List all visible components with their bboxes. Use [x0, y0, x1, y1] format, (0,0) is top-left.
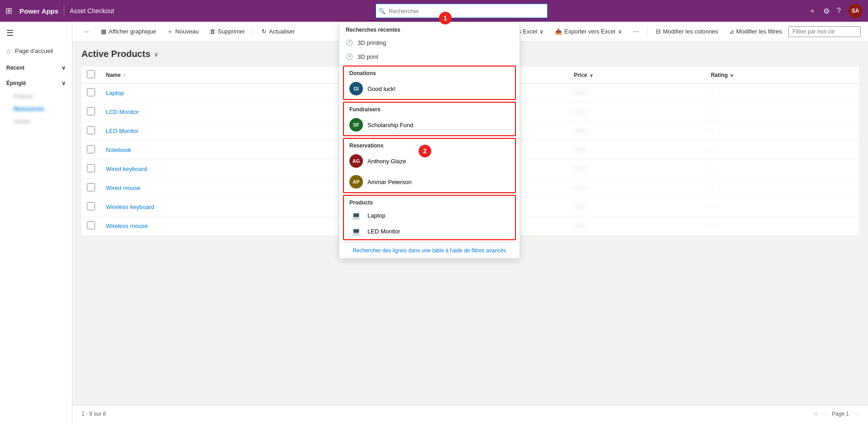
result-avatar: SF [349, 118, 363, 132]
row-checkbox[interactable] [87, 221, 95, 229]
sidebar: ☰ ⌂ Page d'accueil Récent ∨ Épinglé ∨ Fi… [0, 22, 72, 422]
next-page-btn[interactable]: → [853, 410, 859, 417]
cell-name[interactable]: Wireless mouse [100, 217, 373, 236]
sidebar-item-home[interactable]: ⌂ Page d'accueil [0, 43, 72, 59]
search-wrapper: 🔍 [119, 4, 803, 18]
sidebar-recent-label: Récent [6, 65, 24, 71]
sidebar-sub-item-2[interactable]: Ressources [0, 103, 72, 115]
dropdown-group-fundraisers: Fundraisers SF Scholarship Fund [343, 102, 516, 136]
edit-filters-button[interactable]: ⊿ Modifier les filtres [725, 25, 787, 38]
cell-price: •••••• [568, 160, 706, 179]
row-checkbox[interactable] [87, 88, 95, 96]
clock-icon-1: 🕐 [346, 39, 353, 46]
advanced-filter-link[interactable]: Rechercher des lignes dans une table à l… [353, 247, 506, 254]
group-title-fundraisers: Fundraisers [344, 103, 515, 114]
cell-price: •••••• [568, 141, 706, 160]
clock-icon-2: 🕐 [346, 53, 353, 60]
edit-columns-button[interactable]: ⊟ Modifier les colonnes [651, 25, 723, 38]
brand-label: Power Apps [19, 7, 58, 15]
waffle-icon[interactable]: ⊞ [5, 6, 12, 16]
columns-icon: ⊟ [656, 28, 661, 35]
cell-name[interactable]: LCD Monitor [100, 103, 373, 122]
cell-rating: • [706, 198, 859, 217]
cell-rating: • [706, 122, 859, 141]
filter-icon: ⊿ [729, 28, 734, 35]
search-dropdown: Recherches récentes 🕐 3D printing 🕐 3D p… [339, 22, 520, 259]
row-checkbox[interactable] [87, 164, 95, 172]
select-all-checkbox[interactable] [87, 70, 95, 78]
result-item[interactable]: 💻 LED Monitor [344, 223, 515, 239]
result-item[interactable]: 💻 Laptop [344, 208, 515, 223]
delete-button[interactable]: 🗑 Supprimer [205, 25, 249, 38]
refresh-icon: ↻ [262, 28, 267, 35]
dropdown-footer: Rechercher des lignes dans une table à l… [339, 242, 520, 258]
first-page-btn[interactable]: ⊲ [813, 410, 818, 417]
settings-icon-btn[interactable]: ⚙ [823, 7, 830, 15]
cell-name[interactable]: Notebook [100, 141, 373, 160]
result-avatar: AP [349, 175, 363, 189]
col-header-name[interactable]: Name ↑ [100, 66, 373, 84]
col-header-price[interactable]: Price ∨ [568, 66, 706, 84]
export-excel-button[interactable]: 📤 Exporter vers Excel ∨ [550, 25, 627, 38]
filter-input[interactable] [788, 26, 861, 37]
cell-rating: • [706, 103, 859, 122]
result-item[interactable]: AP Ammar Peterson [344, 171, 515, 192]
sidebar-sub-item-3[interactable]: Ventes [0, 115, 72, 128]
avatar[interactable]: SA [848, 4, 863, 18]
sidebar-sub-item-1[interactable]: Finance [0, 90, 72, 103]
refresh-button[interactable]: ↻ Actualiser [257, 25, 299, 38]
recent-chevron-icon: ∨ [62, 65, 66, 71]
cell-name[interactable]: LED Monitor [100, 122, 373, 141]
result-label: Laptop [367, 212, 386, 219]
sidebar-group-pinned: Épinglé ∨ Finance Ressources Ventes [0, 76, 72, 128]
row-checkbox[interactable] [87, 145, 95, 153]
row-checkbox[interactable] [87, 107, 95, 115]
cell-rating: • [706, 217, 859, 236]
cell-name[interactable]: Wired mouse [100, 179, 373, 198]
dropdown-group-donations: Donations GI Good luck! [343, 66, 516, 100]
search-input[interactable] [376, 4, 548, 18]
cell-rating: • [706, 141, 859, 160]
rating-sort-icon: ∨ [730, 73, 733, 78]
cmd-sep-2 [647, 27, 648, 36]
row-checkbox[interactable] [87, 183, 95, 191]
cell-name[interactable]: Wireless keyboard [100, 198, 373, 217]
nav-separator [64, 5, 64, 16]
prev-page-btn[interactable]: ← [822, 410, 828, 417]
recent-item-1[interactable]: 🕐 3D printing [339, 36, 520, 50]
cell-name[interactable]: Wired keyboard [100, 160, 373, 179]
view-graphic-button[interactable]: ▦ Afficher graphique [96, 25, 161, 38]
home-icon: ⌂ [6, 47, 10, 55]
sidebar-item-home-label: Page d'accueil [15, 47, 53, 54]
result-item[interactable]: SF Scholarship Fund [344, 114, 515, 135]
row-checkbox[interactable] [87, 126, 95, 134]
pagination-info: 1 - 8 sur 8 [81, 411, 106, 417]
result-item[interactable]: GI Good luck! [344, 78, 515, 99]
product-icon: 💻 [349, 227, 363, 236]
page-label: Page 1 [832, 411, 849, 417]
col-header-rating[interactable]: Rating ∨ [706, 66, 859, 84]
hamburger-icon[interactable]: ☰ [0, 24, 72, 43]
row-checkbox[interactable] [87, 202, 95, 210]
group-title-products: Products [344, 196, 515, 208]
result-label: Ammar Peterson [367, 179, 412, 185]
result-label: LED Monitor [367, 228, 400, 235]
sidebar-pinned-header[interactable]: Épinglé ∨ [0, 76, 72, 90]
cell-price: •••••• [568, 122, 706, 141]
chart-icon: ▦ [101, 28, 106, 35]
sidebar-recent-header[interactable]: Récent ∨ [0, 61, 72, 75]
cell-rating: • [706, 179, 859, 198]
new-button[interactable]: ＋ Nouveau [162, 25, 203, 38]
pagination: 1 - 8 sur 8 ⊲ ← Page 1 → [72, 405, 868, 422]
select-all-header[interactable] [81, 66, 100, 84]
title-chevron-icon[interactable]: ∨ [154, 51, 158, 58]
recent-item-2[interactable]: 🕐 3D print [339, 50, 520, 64]
help-icon-btn[interactable]: ? [837, 7, 841, 15]
sidebar-group-recent: Récent ∨ [0, 61, 72, 75]
more-options-button[interactable]: ⋯ [629, 25, 644, 38]
add-icon-btn[interactable]: ＋ [809, 6, 816, 16]
back-icon: ← [84, 28, 90, 35]
export-icon: 📤 [555, 28, 562, 35]
back-button[interactable]: ← [80, 25, 95, 38]
cell-name[interactable]: Laptop [100, 84, 373, 103]
